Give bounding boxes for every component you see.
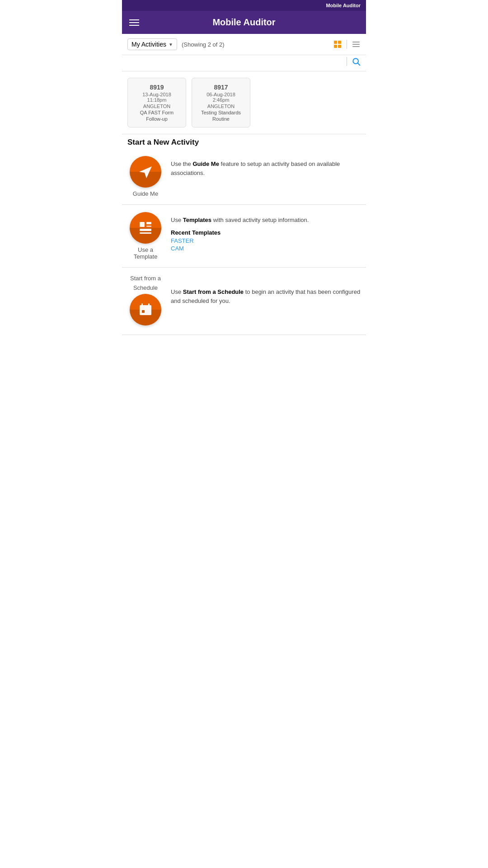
filter-icons bbox=[333, 40, 361, 49]
start-schedule-desc: Use Start from a Schedule to begin an ac… bbox=[171, 288, 361, 305]
new-activity-heading: Start a New Activity bbox=[122, 134, 366, 149]
filter-bar: My Activities All Activities ▼ (Showing … bbox=[122, 34, 366, 55]
start-schedule-icon bbox=[130, 294, 161, 326]
guide-me-section[interactable]: Guide Me Use the Guide Me feature to set… bbox=[122, 149, 366, 205]
card-location: ANGLETON bbox=[198, 104, 244, 109]
svg-rect-12 bbox=[148, 303, 150, 307]
svg-rect-7 bbox=[146, 226, 151, 227]
recent-templates-label: Recent Templates bbox=[171, 229, 221, 236]
activity-select[interactable]: My Activities All Activities bbox=[131, 41, 167, 48]
svg-rect-5 bbox=[146, 222, 151, 224]
template-link-cam[interactable]: CAM bbox=[171, 245, 361, 252]
search-divider bbox=[347, 57, 347, 66]
card-id: 8917 bbox=[198, 84, 244, 91]
card-location: ANGLETON bbox=[134, 104, 179, 109]
grid-view-button[interactable] bbox=[333, 40, 342, 49]
activity-card[interactable]: 8919 13-Aug-2018 11:18pm ANGLETON QA FAS… bbox=[127, 78, 186, 127]
start-schedule-section[interactable]: Start from a Schedule Use Start from a S… bbox=[122, 268, 366, 335]
card-form: QA FAST Form bbox=[134, 110, 179, 115]
card-type: Routine bbox=[198, 116, 244, 122]
use-template-icon bbox=[130, 212, 161, 244]
svg-rect-4 bbox=[140, 222, 145, 227]
svg-rect-6 bbox=[140, 229, 151, 231]
nav-title: Mobile Auditor bbox=[212, 17, 275, 28]
recent-templates: Recent Templates FASTER CAM bbox=[171, 228, 361, 252]
guide-me-content: Use the Guide Me feature to setup an act… bbox=[171, 156, 361, 177]
guide-me-icon bbox=[130, 156, 161, 188]
select-arrow-icon: ▼ bbox=[169, 42, 173, 47]
search-row bbox=[122, 55, 366, 71]
start-schedule-icon-col: Start from a Schedule bbox=[127, 275, 164, 326]
use-template-section[interactable]: Use aTemplate Use Templates with saved a… bbox=[122, 205, 366, 268]
card-id: 8919 bbox=[134, 84, 179, 91]
list-view-button[interactable] bbox=[352, 40, 361, 49]
card-type: Follow-up bbox=[134, 116, 179, 122]
use-template-icon-col: Use aTemplate bbox=[127, 212, 164, 260]
guide-me-desc: Use the Guide Me feature to setup an act… bbox=[171, 160, 361, 177]
template-link-faster[interactable]: FASTER bbox=[171, 237, 361, 244]
svg-rect-8 bbox=[140, 232, 151, 234]
status-bar: Mobile Auditor bbox=[122, 0, 366, 11]
view-divider bbox=[347, 40, 347, 49]
svg-marker-2 bbox=[139, 166, 152, 178]
showing-count: (Showing 2 of 2) bbox=[182, 41, 225, 48]
card-date: 13-Aug-2018 11:18pm bbox=[134, 92, 179, 103]
svg-rect-10 bbox=[140, 305, 151, 308]
use-template-desc: Use Templates with saved activity setup … bbox=[171, 216, 361, 225]
card-form: Testing Standards bbox=[198, 110, 244, 115]
use-template-content: Use Templates with saved activity setup … bbox=[171, 212, 361, 252]
top-nav: Mobile Auditor bbox=[122, 11, 366, 34]
guide-me-label: Guide Me bbox=[133, 190, 158, 197]
start-schedule-label-line2: Schedule bbox=[133, 284, 158, 291]
hamburger-menu-button[interactable] bbox=[129, 19, 139, 26]
start-schedule-label-line1: Start from a bbox=[130, 275, 161, 282]
activity-select-wrapper[interactable]: My Activities All Activities ▼ bbox=[127, 38, 177, 50]
activity-cards-container: 8919 13-Aug-2018 11:18pm ANGLETON QA FAS… bbox=[122, 71, 366, 134]
start-schedule-content: Use Start from a Schedule to begin an ac… bbox=[171, 275, 361, 305]
svg-line-1 bbox=[358, 63, 360, 66]
guide-me-icon-col: Guide Me bbox=[127, 156, 164, 197]
svg-rect-14 bbox=[142, 310, 145, 313]
activity-card[interactable]: 8917 06-Aug-2018 2:46pm ANGLETON Testing… bbox=[192, 78, 250, 127]
start-schedule-row: Start from a Schedule Use Start from a S… bbox=[127, 275, 361, 326]
use-template-label: Use aTemplate bbox=[134, 246, 158, 260]
app-name-status: Mobile Auditor bbox=[326, 3, 361, 8]
svg-rect-11 bbox=[141, 303, 143, 307]
card-date: 06-Aug-2018 2:46pm bbox=[198, 92, 244, 103]
search-button[interactable] bbox=[352, 57, 361, 68]
